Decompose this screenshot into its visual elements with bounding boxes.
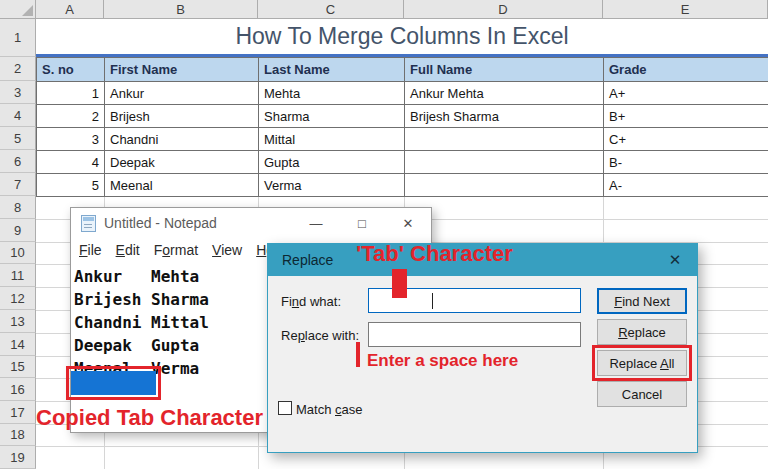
replace-with-input[interactable] <box>368 322 581 347</box>
table-cell[interactable]: A+ <box>604 82 768 105</box>
enter-space-annotation: Enter a space here <box>367 351 518 371</box>
row-header-13[interactable]: 13 <box>0 310 36 333</box>
column-header-E[interactable]: E <box>603 0 768 19</box>
table-row: 3ChandniMittalC+ <box>37 128 768 151</box>
enter-space-marker <box>356 342 360 367</box>
select-all-triangle-icon <box>22 5 33 16</box>
table-cell[interactable]: Ankur <box>105 82 259 105</box>
row-header-10[interactable]: 10 <box>0 242 36 264</box>
table-cell[interactable]: Chandni <box>105 128 259 151</box>
row-header-16[interactable]: 16 <box>0 378 36 401</box>
table-header-cell[interactable]: Full Name <box>405 58 604 82</box>
notepad-title: Untitled - Notepad <box>104 215 217 231</box>
row-header-15[interactable]: 15 <box>0 356 36 378</box>
column-header-A[interactable]: A <box>36 0 104 19</box>
find-what-label: Find what: <box>281 294 341 309</box>
replace-dialog-title: Replace <box>282 252 333 268</box>
screen: ABCDE 12345678910111213141516171819 How … <box>0 0 768 469</box>
column-header-B[interactable]: B <box>104 0 258 19</box>
row-header-5[interactable]: 5 <box>0 127 36 150</box>
replace-all-button[interactable]: Replace All <box>597 350 687 376</box>
table-cell[interactable]: Mehta <box>259 82 405 105</box>
table-header-cell[interactable]: S. no <box>37 58 105 82</box>
notepad-icon <box>81 215 96 232</box>
table-header-row: S. noFirst NameLast NameFull NameGrade <box>37 58 768 82</box>
column-header-C[interactable]: C <box>258 0 404 19</box>
table-header-cell[interactable]: First Name <box>105 58 259 82</box>
notepad-window-controls: — □ ✕ <box>293 208 431 238</box>
row-header-8[interactable]: 8 <box>0 196 36 219</box>
row-header-4[interactable]: 4 <box>0 104 36 127</box>
replace-button[interactable]: Replace <box>597 319 687 345</box>
minimize-button[interactable]: — <box>293 208 339 238</box>
table-cell[interactable]: Deepak <box>105 151 259 174</box>
table-row: 2BrijeshSharmaBrijesh SharmaB+ <box>37 105 768 128</box>
table-cell[interactable] <box>405 174 604 197</box>
replace-with-label: Replace with: <box>281 328 359 343</box>
row-header-12[interactable]: 12 <box>0 287 36 310</box>
menu-item-file[interactable]: File <box>72 240 109 260</box>
table-cell[interactable]: 3 <box>37 128 105 151</box>
table-cell[interactable]: B+ <box>604 105 768 128</box>
table-header-cell[interactable]: Last Name <box>259 58 405 82</box>
row-header-3[interactable]: 3 <box>0 81 36 104</box>
table-cell[interactable]: A- <box>604 174 768 197</box>
table-row: 5MeenalVermaA- <box>37 174 768 197</box>
table-cell[interactable]: Ankur Mehta <box>405 82 604 105</box>
table-cell[interactable]: 4 <box>37 151 105 174</box>
table-row: 1AnkurMehtaAnkur MehtaA+ <box>37 82 768 105</box>
close-button[interactable]: ✕ <box>385 208 431 238</box>
menu-item-edit[interactable]: Edit <box>109 240 147 260</box>
match-case-checkbox[interactable] <box>278 401 292 415</box>
data-table: S. noFirst NameLast NameFull NameGrade1A… <box>36 57 768 197</box>
maximize-button[interactable]: □ <box>339 208 385 238</box>
copied-tab-annotation-box <box>66 366 161 400</box>
match-case-label: Match case <box>296 402 362 417</box>
copied-tab-annotation: Copied Tab Character <box>36 405 263 431</box>
copied-tab-selection[interactable] <box>71 371 156 395</box>
replace-dialog: Replace ✕ Find what: Replace with: Find … <box>267 243 698 453</box>
find-next-button[interactable]: Find Next <box>597 288 687 314</box>
table-cell[interactable]: Brijesh Sharma <box>405 105 604 128</box>
row-header-9[interactable]: 9 <box>0 219 36 242</box>
table-cell[interactable]: Verma <box>259 174 405 197</box>
table-cell[interactable]: Brijesh <box>105 105 259 128</box>
row-header-19[interactable]: 19 <box>0 446 36 469</box>
notepad-titlebar[interactable]: Untitled - Notepad — □ ✕ <box>71 208 431 238</box>
table-cell[interactable]: Sharma <box>259 105 405 128</box>
table-cell[interactable]: 1 <box>37 82 105 105</box>
table-cell[interactable] <box>405 151 604 174</box>
row-header-18[interactable]: 18 <box>0 424 36 446</box>
row-header-6[interactable]: 6 <box>0 150 36 173</box>
table-cell[interactable]: 5 <box>37 174 105 197</box>
table-cell[interactable]: Meenal <box>105 174 259 197</box>
column-header-D[interactable]: D <box>404 0 603 19</box>
menu-item-format[interactable]: Format <box>147 240 205 260</box>
row-header-17[interactable]: 17 <box>0 401 36 424</box>
row-header-11[interactable]: 11 <box>0 264 36 287</box>
table-cell[interactable]: B- <box>604 151 768 174</box>
row-header-2[interactable]: 2 <box>0 57 36 81</box>
dialog-close-icon[interactable]: ✕ <box>653 244 697 276</box>
select-all-corner[interactable] <box>0 0 36 19</box>
cancel-button[interactable]: Cancel <box>597 381 687 407</box>
table-cell[interactable]: Mittal <box>259 128 405 151</box>
table-row: 4DeepakGuptaB- <box>37 151 768 174</box>
row-header-1[interactable]: 1 <box>0 19 36 57</box>
table-header-cell[interactable]: Grade <box>604 58 768 82</box>
table-cell[interactable]: Gupta <box>259 151 405 174</box>
table-cell[interactable] <box>405 128 604 151</box>
table-cell[interactable]: 2 <box>37 105 105 128</box>
notepad-text[interactable]: Ankur Mehta Brijesh Sharma Chandni Mitta… <box>74 265 209 380</box>
table-cell[interactable]: C+ <box>604 128 768 151</box>
row-header-14[interactable]: 14 <box>0 333 36 356</box>
tab-character-marker <box>392 269 407 298</box>
sheet-title: How To Merge Columns In Excel <box>36 19 768 54</box>
row-header-7[interactable]: 7 <box>0 173 36 196</box>
text-caret <box>432 293 433 309</box>
tab-character-annotation: 'Tab' Character <box>356 241 513 267</box>
menu-item-view[interactable]: View <box>205 240 249 260</box>
